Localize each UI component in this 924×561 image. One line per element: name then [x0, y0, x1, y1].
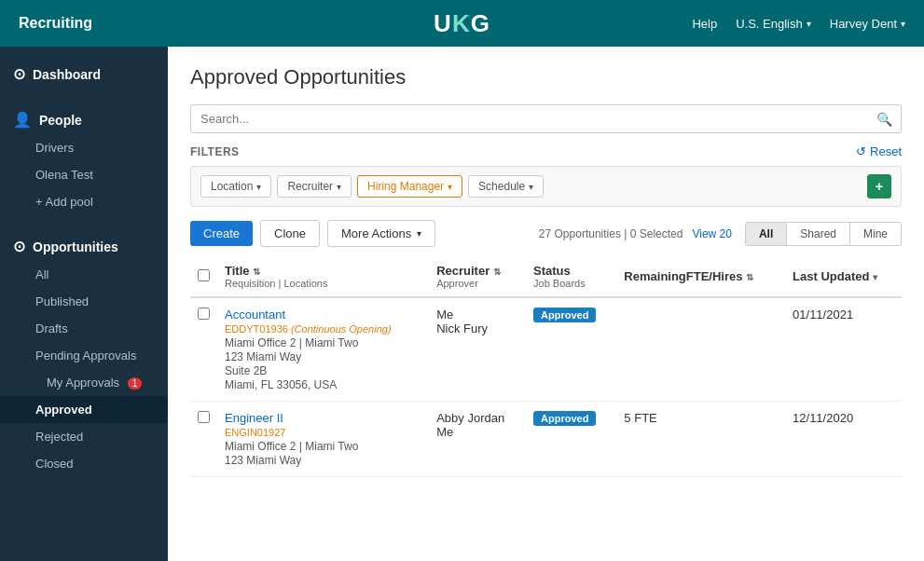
- col-updated: Last Updated ▾: [785, 256, 902, 297]
- table-row: Engineer II ENGIN01927 Miami Office 2 | …: [190, 402, 902, 477]
- ukg-dot: K: [452, 9, 471, 37]
- top-nav-right: Help U.S. English Harvey Dent: [692, 17, 905, 31]
- row-checkbox-accountant[interactable]: [198, 308, 210, 320]
- sidebar-section-opportunities: ⊙ Opportunities All Published Drafts Pen…: [0, 219, 168, 481]
- row-checkbox-engineer[interactable]: [198, 411, 210, 423]
- row-checkbox-col: [190, 297, 217, 402]
- status-badge-accountant: Approved: [533, 308, 596, 322]
- sidebar-item-my-approvals[interactable]: My Approvals 1: [0, 369, 168, 396]
- row-title-col-accountant: Accountant EDDYT01936 (Continuous Openin…: [217, 297, 429, 402]
- row-status-col-engineer: Approved: [526, 402, 616, 477]
- filter-hiring-manager[interactable]: Hiring Manager: [357, 175, 462, 198]
- req-id-accountant: EDDYT01936 (Continuous Opening): [225, 323, 392, 335]
- top-nav: Recruiting UKG Help U.S. English Harvey …: [0, 0, 924, 47]
- sidebar-item-all[interactable]: All: [0, 261, 168, 288]
- sidebar-item-drafts[interactable]: Drafts: [0, 315, 168, 342]
- view-all-button[interactable]: All: [746, 223, 786, 245]
- filter-location[interactable]: Location: [200, 175, 271, 198]
- title-sort-icon[interactable]: ⇅: [253, 267, 260, 277]
- search-icon: 🔍: [876, 112, 892, 127]
- filters-row: FILTERS ↺ Reset: [190, 144, 902, 158]
- my-approvals-badge: 1: [128, 377, 143, 390]
- clone-button[interactable]: Clone: [260, 220, 320, 247]
- toolbar-row: Create Clone More Actions 27 Opportuniti…: [190, 220, 902, 247]
- location-engineer: Miami Office 2 | Miami Two 123 Miami Way: [225, 440, 358, 467]
- view-toggle: All Shared Mine: [745, 222, 902, 246]
- row-title-link-engineer[interactable]: Engineer II: [225, 411, 283, 425]
- row-status-col-accountant: Approved: [526, 297, 616, 402]
- updated-sort-icon[interactable]: ▾: [873, 272, 877, 282]
- row-updated-col-engineer: 12/11/2020: [785, 402, 902, 477]
- col-recruiter: Recruiter ⇅ Approver: [429, 256, 526, 297]
- brand-label: Recruiting: [19, 15, 92, 32]
- toolbar-left: Create Clone More Actions: [190, 220, 435, 247]
- opportunity-count: 27 Opportunities | 0 Selected View 20: [539, 227, 732, 240]
- reset-icon: ↺: [856, 144, 866, 158]
- sidebar-opportunities[interactable]: ⊙ Opportunities: [0, 232, 168, 261]
- row-fte-col-accountant: [616, 297, 785, 402]
- recruiter-sort-icon[interactable]: ⇅: [493, 267, 501, 277]
- row-recruiter-col-engineer: Abby Jordan Me: [429, 402, 526, 477]
- row-title-link-accountant[interactable]: Accountant: [225, 308, 285, 322]
- view-mine-button[interactable]: Mine: [849, 223, 901, 245]
- col-title: Title ⇅ Requisition | Locations: [217, 256, 429, 297]
- status-badge-engineer: Approved: [533, 411, 596, 426]
- help-link[interactable]: Help: [692, 17, 717, 31]
- sidebar-dashboard[interactable]: ⊙ Dashboard: [0, 60, 168, 89]
- sidebar-section-people: 👤 People Drivers Olena Test + Add pool: [0, 92, 168, 219]
- ukg-logo: UKG: [434, 9, 490, 38]
- search-wrapper: 🔍: [190, 104, 902, 133]
- sidebar-item-pending-approvals[interactable]: Pending Approvals: [0, 342, 168, 369]
- sidebar-add-pool[interactable]: + Add pool: [0, 188, 168, 215]
- user-menu[interactable]: Harvey Dent: [830, 17, 905, 31]
- sidebar-people[interactable]: 👤 People: [0, 105, 168, 134]
- view-shared-button[interactable]: Shared: [786, 223, 849, 245]
- sidebar-item-olena-test[interactable]: Olena Test: [0, 161, 168, 188]
- select-all-col: [190, 256, 217, 297]
- col-status: Status Job Boards: [526, 256, 616, 297]
- table-body: Accountant EDDYT01936 (Continuous Openin…: [190, 297, 902, 477]
- sidebar: ⊙ Dashboard 👤 People Drivers Olena Test …: [0, 47, 168, 561]
- opportunities-icon: ⊙: [13, 238, 25, 255]
- sidebar-item-rejected[interactable]: Rejected: [0, 423, 168, 450]
- req-id-engineer: ENGIN01927: [225, 427, 285, 438]
- more-actions-button[interactable]: More Actions: [327, 220, 435, 247]
- main-content: Approved Opportunities 🔍 FILTERS ↺ Reset…: [168, 47, 924, 561]
- view-20-link[interactable]: View 20: [692, 227, 731, 240]
- sidebar-item-drivers[interactable]: Drivers: [0, 134, 168, 161]
- filter-schedule[interactable]: Schedule: [468, 175, 544, 198]
- filter-recruiter[interactable]: Recruiter: [277, 175, 352, 198]
- sidebar-item-approved[interactable]: Approved: [0, 396, 168, 423]
- search-input[interactable]: [190, 104, 902, 133]
- row-recruiter-col-accountant: Me Nick Fury: [429, 297, 526, 402]
- filters-label: FILTERS: [190, 145, 240, 158]
- row-title-col-engineer: Engineer II ENGIN01927 Miami Office 2 | …: [217, 402, 429, 477]
- sidebar-item-closed[interactable]: Closed: [0, 450, 168, 477]
- create-button[interactable]: Create: [190, 221, 253, 246]
- sidebar-section-dashboard: ⊙ Dashboard: [0, 47, 168, 92]
- page-title: Approved Opportunities: [190, 65, 902, 89]
- language-dropdown[interactable]: U.S. English: [736, 17, 811, 31]
- toolbar-right: 27 Opportunities | 0 Selected View 20 Al…: [539, 222, 902, 246]
- row-fte-col-engineer: 5 FTE: [616, 402, 785, 477]
- location-accountant: Miami Office 2 | Miami Two 123 Miami Way…: [225, 336, 358, 391]
- filter-buttons-row: Location Recruiter Hiring Manager Schedu…: [190, 166, 902, 207]
- main-layout: ⊙ Dashboard 👤 People Drivers Olena Test …: [0, 47, 924, 561]
- dashboard-icon: ⊙: [13, 65, 25, 83]
- filter-add-button[interactable]: +: [867, 174, 891, 198]
- reset-link[interactable]: ↺ Reset: [856, 144, 902, 158]
- select-all-checkbox[interactable]: [198, 269, 210, 281]
- opportunities-table: Title ⇅ Requisition | Locations Recruite…: [190, 256, 902, 477]
- ukg-g: G: [471, 9, 490, 37]
- people-icon: 👤: [13, 111, 32, 129]
- col-fte: RemainingFTE/Hires ⇅: [616, 256, 785, 297]
- table-header: Title ⇅ Requisition | Locations Recruite…: [190, 256, 902, 297]
- row-checkbox-col: [190, 402, 217, 477]
- row-updated-col-accountant: 01/11/2021: [785, 297, 902, 402]
- fte-sort-icon[interactable]: ⇅: [746, 272, 753, 282]
- ukg-u: U: [434, 9, 452, 37]
- sidebar-item-published[interactable]: Published: [0, 288, 168, 315]
- table-row: Accountant EDDYT01936 (Continuous Openin…: [190, 297, 902, 402]
